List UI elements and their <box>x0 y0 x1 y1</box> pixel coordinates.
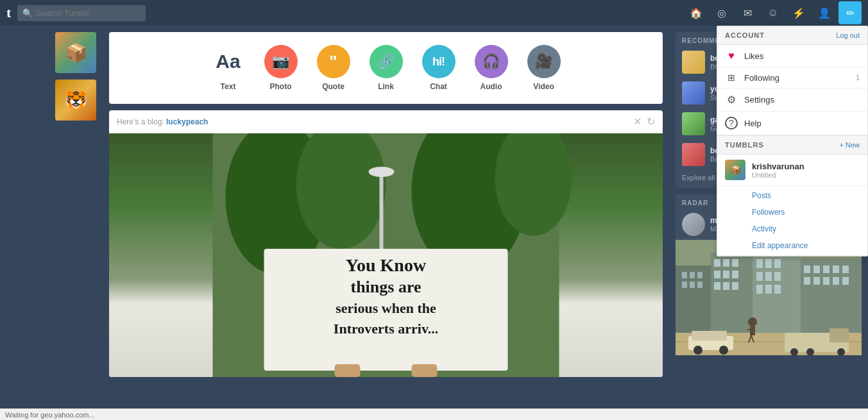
svg-rect-28 <box>732 271 738 278</box>
svg-rect-43 <box>765 285 772 294</box>
lightning-icon[interactable]: ⚡ <box>787 1 810 24</box>
post-type-text[interactable]: Aa Text <box>212 45 245 91</box>
svg-rect-37 <box>765 259 772 268</box>
status-bar: Waiting for geo.yahoo.com... <box>0 408 868 420</box>
likes-label: Likes <box>744 51 860 61</box>
mail-icon[interactable]: ✉ <box>736 1 759 24</box>
smiley-icon[interactable]: ☺ <box>762 1 785 24</box>
svg-rect-51 <box>804 277 810 285</box>
photo-post-icon: 📷 <box>264 45 298 78</box>
svg-text:You Know: You Know <box>346 255 427 275</box>
svg-text:Introverts arriv...: Introverts arriv... <box>334 321 438 337</box>
home-icon[interactable]: 🏠 <box>685 1 708 24</box>
tumblr-subtitle: Untitled <box>752 171 860 179</box>
radar-image <box>676 240 862 355</box>
navbar-icons: 🏠 ◎ ✉ ☺ ⚡ 👤 ✏ <box>685 1 862 24</box>
svg-rect-55 <box>842 277 849 285</box>
quote-post-icon: " <box>317 45 350 78</box>
tiger-icon: 🐯 <box>55 80 96 121</box>
svg-rect-26 <box>714 271 720 278</box>
blog-post-name-link[interactable]: luckypeach <box>166 117 208 126</box>
city-svg <box>676 240 862 355</box>
blog-avatar-yoursummerdreamz <box>682 81 705 105</box>
left-sidebar: 📦 🐯 <box>0 26 103 420</box>
svg-rect-23 <box>714 259 720 267</box>
svg-rect-27 <box>723 271 729 278</box>
svg-rect-12 <box>335 364 361 377</box>
svg-rect-19 <box>682 281 687 288</box>
close-icon[interactable]: ✕ <box>633 115 642 128</box>
search-input[interactable] <box>17 5 146 21</box>
audio-post-icon: 🎧 <box>475 45 508 78</box>
compose-button[interactable]: ✏ <box>838 1 862 24</box>
activity-link[interactable]: Activity <box>717 221 867 237</box>
chat-post-icon: hi! <box>422 45 455 78</box>
svg-rect-36 <box>756 259 763 268</box>
center-content: Aa Text 📷 Photo " Quote 🔗 Link hi! Chat … <box>103 26 669 420</box>
post-type-chat[interactable]: hi! Chat <box>422 45 455 91</box>
help-label: Help <box>744 119 860 128</box>
following-badge: 1 <box>856 74 860 81</box>
svg-rect-48 <box>823 265 830 273</box>
heart-icon: ♥ <box>725 50 738 62</box>
svg-rect-59 <box>750 326 755 335</box>
tumblr-logo[interactable]: t <box>6 4 11 21</box>
text-post-label: Text <box>221 82 236 91</box>
logout-button[interactable]: Log out <box>836 31 860 39</box>
blog-post-box: Here's a blog: luckypeach ✕ ↻ <box>109 110 663 377</box>
settings-item[interactable]: ⚙ Settings <box>717 88 867 112</box>
search-wrap: 🔍 <box>17 5 146 21</box>
blog-post-intro: Here's a blog: luckypeach <box>117 117 208 126</box>
settings-label: Settings <box>744 95 860 105</box>
person-icon[interactable]: 👤 <box>813 1 836 24</box>
new-tumblr-button[interactable]: + New <box>840 141 860 149</box>
svg-rect-24 <box>723 259 729 267</box>
likes-item[interactable]: ♥ Likes <box>717 45 867 67</box>
post-type-audio[interactable]: 🎧 Audio <box>475 45 508 91</box>
radar-avatar-metin <box>682 213 705 236</box>
svg-point-58 <box>748 317 757 326</box>
svg-point-65 <box>694 346 702 355</box>
svg-rect-29 <box>714 282 720 290</box>
svg-rect-18 <box>697 272 702 278</box>
svg-rect-52 <box>813 277 820 285</box>
svg-rect-17 <box>690 272 695 278</box>
status-text: Waiting for geo.yahoo.com... <box>5 411 95 419</box>
svg-rect-31 <box>732 282 738 290</box>
svg-rect-46 <box>804 265 810 273</box>
avatar-tiger[interactable]: 🐯 <box>55 80 96 121</box>
svg-rect-39 <box>756 272 763 281</box>
followers-link[interactable]: Followers <box>717 204 867 221</box>
svg-rect-44 <box>774 285 781 294</box>
svg-rect-42 <box>756 285 763 294</box>
following-icon: ⊞ <box>725 72 738 83</box>
post-type-photo[interactable]: 📷 Photo <box>264 45 298 91</box>
quote-post-label: Quote <box>322 82 345 91</box>
help-item[interactable]: ? Help <box>717 112 867 135</box>
svg-rect-20 <box>690 281 695 288</box>
posts-link[interactable]: Posts <box>717 187 867 204</box>
tumblr-avatar: 📦 <box>725 160 745 180</box>
chat-post-label: Chat <box>430 82 447 91</box>
post-type-link[interactable]: 🔗 Link <box>370 45 403 91</box>
refresh-icon[interactable]: ↻ <box>647 115 655 128</box>
tumblr-item[interactable]: 📦 krishvarunan Untitled <box>717 155 867 186</box>
post-type-video[interactable]: 🎥 Video <box>527 45 561 91</box>
tumblr-info: krishvarunan Untitled <box>752 162 860 179</box>
account-section-header: ACCOUNT Log out <box>717 26 867 45</box>
protest-sign-image: You Know things are serious when the Int… <box>109 133 663 377</box>
svg-rect-40 <box>765 272 772 281</box>
account-dropdown: ACCOUNT Log out ♥ Likes ⊞ Following 1 ⚙ … <box>717 26 868 256</box>
svg-rect-50 <box>842 265 849 273</box>
tumblrs-section-header: TUMBLRS + New <box>717 135 867 155</box>
svg-rect-54 <box>833 277 839 285</box>
avatar-cube[interactable]: 📦 <box>55 32 96 73</box>
edit-appearance-link[interactable]: Edit appearance <box>717 237 867 254</box>
following-item[interactable]: ⊞ Following 1 <box>717 67 867 88</box>
blog-avatar-gabbysbo0ks <box>682 112 705 135</box>
svg-text:serious when the: serious when the <box>336 300 436 316</box>
video-post-icon: 🎥 <box>527 45 561 78</box>
explore-icon[interactable]: ◎ <box>710 1 733 24</box>
post-actions: ✕ ↻ <box>633 115 655 128</box>
post-type-quote[interactable]: " Quote <box>317 45 350 91</box>
